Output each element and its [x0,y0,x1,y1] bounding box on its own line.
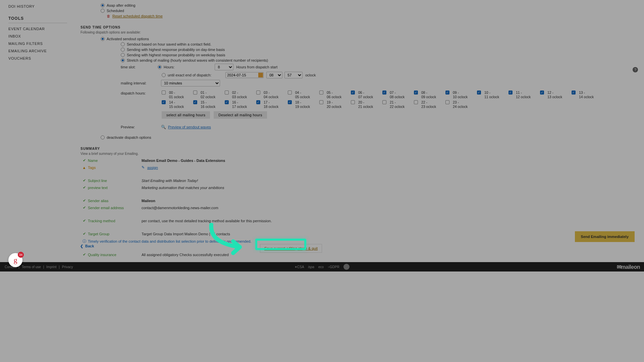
button-deselect-all-hours[interactable]: Deselect all mailing hours [214,111,267,119]
radio-hour-contact[interactable] [121,42,125,46]
radio-stretch[interactable] [121,58,125,62]
footer-imprint[interactable]: Imprint [46,265,57,269]
hour-14[interactable]: 14 -15 oclock [162,100,191,109]
hour-checkbox[interactable] [477,90,481,95]
label-deactivate: deactivate dispatch options [107,135,151,139]
hour-12[interactable]: 12 -13 oclock [540,90,569,99]
hour-checkbox[interactable] [225,90,229,95]
hour-21[interactable]: 21 -22 oclock [382,100,411,109]
hour-checkbox[interactable] [445,90,449,95]
hour-checkbox[interactable] [351,90,355,95]
hour-label: 06 -07 oclock [358,90,373,99]
button-select-all-hours[interactable]: select all mailing hours [162,111,210,119]
label-weekday: Sending with highest response probabilit… [127,53,225,57]
hour-3[interactable]: 03 -04 oclock [256,90,285,99]
radio-activated-options[interactable] [101,37,105,41]
link-assign-tags[interactable]: assign [147,166,158,170]
send-emailing-button[interactable]: Send Emailing immediately [575,231,635,242]
hour-1[interactable]: 01 -02 oclock [193,90,222,99]
help-icon[interactable]: ? [633,67,638,72]
hour-7[interactable]: 07 -08 oclock [382,90,411,99]
hour-15[interactable]: 15 -16 oclock [193,100,222,109]
link-preview-waves[interactable]: Preview of sendout waves [168,125,211,129]
hour-checkbox[interactable] [193,100,197,104]
hour-checkbox[interactable] [162,90,166,95]
back-button[interactable]: ❮Back [80,244,94,248]
select-hours-count[interactable]: 8 [215,64,233,70]
footer-ispa-logo: ispa [308,265,314,269]
hour-17[interactable]: 17 -18 oclock [256,100,285,109]
hour-9[interactable]: 09 -10 oclock [445,90,474,99]
label-dispatch-hours: dispatch hours: [121,91,158,95]
hour-checkbox[interactable] [351,100,355,104]
hour-checkbox[interactable] [382,100,386,104]
hour-checkbox[interactable] [256,90,260,95]
hour-checkbox[interactable] [193,90,197,95]
sidebar-item-emailing-archive[interactable]: EMAILING ARCHIVE [8,47,67,55]
hour-23[interactable]: 23 -24 oclock [445,100,474,109]
select-interval[interactable]: 10 minutes [161,80,220,86]
hour-6[interactable]: 06 -07 oclock [351,90,380,99]
hour-checkbox[interactable] [540,90,544,95]
hour-0[interactable]: 00 -01 oclock [162,90,191,99]
input-end-date[interactable] [225,72,264,78]
hour-checkbox[interactable] [319,100,323,104]
radio-daytime[interactable] [121,48,125,52]
radio-until-end[interactable] [162,73,166,77]
hour-5[interactable]: 05 -06 oclock [319,90,348,99]
hour-8[interactable]: 08 -09 oclock [414,90,443,99]
sidebar-item-vouchers[interactable]: VOUCHERS [8,55,67,62]
radio-scheduled[interactable] [101,9,105,13]
radio-weekday[interactable] [121,53,125,57]
check-icon: ✔ [80,198,88,203]
select-end-hour[interactable]: 08 [266,72,282,78]
hour-10[interactable]: 10 -11 oclock [477,90,506,99]
hour-11[interactable]: 11 -12 oclock [508,90,537,99]
hour-checkbox[interactable] [162,100,166,104]
hour-label: 02 -03 oclock [232,90,247,99]
label-until: until exact end of dispatch: [168,73,211,77]
hour-checkbox[interactable] [414,90,418,95]
footer-privacy[interactable]: Privacy [62,265,73,269]
hour-4[interactable]: 04 -05 oclock [288,90,317,99]
sidebar-item-inbox[interactable]: INBOX [8,33,67,40]
radio-hours[interactable] [158,65,162,69]
calendar-icon[interactable] [258,73,263,77]
hour-checkbox[interactable] [288,90,292,95]
hour-19[interactable]: 19 -20 oclock [319,100,348,109]
sidebar-item-doi-history[interactable]: DOI HISTORY [8,3,67,10]
hour-checkbox[interactable] [256,100,260,104]
hour-18[interactable]: 18 -19 oclock [288,100,317,109]
hour-22[interactable]: 22 -23 oclock [414,100,443,109]
label-oclock: oclock [305,73,316,77]
link-reset-dispatch-time[interactable]: Reset scheduled dispatch time [112,14,163,18]
save-quit-button[interactable]: Save current editing stage & quit [264,246,318,250]
radio-asap[interactable] [101,3,105,7]
sidebar-item-event-calendar[interactable]: EVENT CALENDAR [8,25,67,33]
hour-checkbox[interactable] [414,100,418,104]
sidebar-item-mailing-filters[interactable]: MAILING FILTERS [8,40,67,47]
hour-checkbox[interactable] [445,100,449,104]
label-sender-alias: Sender alias [88,199,142,203]
hour-checkbox[interactable] [225,100,229,104]
hour-20[interactable]: 20 -21 oclock [351,100,380,109]
radio-deactivate[interactable] [101,135,105,139]
hour-checkbox[interactable] [572,90,576,95]
label-hour-contact: Sendout based on hour saved within a con… [127,42,211,46]
pencil-icon: ✎ [142,165,145,170]
value-tracking: per contact, use the most detailed track… [142,219,272,223]
hour-checkbox[interactable] [319,90,323,95]
select-end-minute[interactable]: 57 [284,72,303,78]
hour-16[interactable]: 16 -17 oclock [225,100,254,109]
footer-terms[interactable]: Terms of use [22,265,41,269]
value-name: Maileon Email Demo - Guides - Data Exten… [142,159,225,163]
guide-badge[interactable]: g34 [8,253,22,267]
label-sender-email: Sender email address [88,206,142,210]
hour-label: 19 -20 oclock [327,100,341,109]
check-icon: ✔ [80,232,88,236]
hour-2[interactable]: 02 -03 oclock [225,90,254,99]
hour-checkbox[interactable] [288,100,292,104]
hour-checkbox[interactable] [508,90,513,95]
hour-13[interactable]: 13 -14 oclock [572,90,600,99]
hour-checkbox[interactable] [382,90,386,95]
